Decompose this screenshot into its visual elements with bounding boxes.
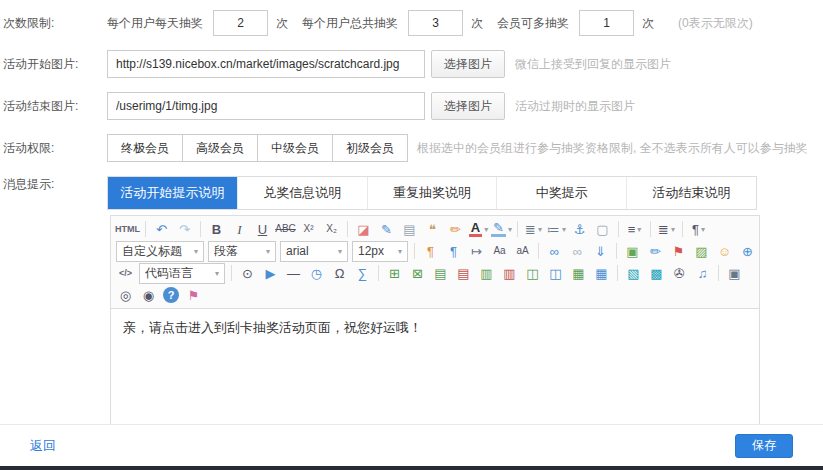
delete-col-icon[interactable]: ▥: [499, 263, 520, 283]
member-ultimate-button[interactable]: 终极会员: [107, 134, 183, 162]
chevron-down-icon: ▾: [484, 225, 488, 234]
merge-cells-icon[interactable]: ◫: [522, 263, 543, 283]
preview-icon[interactable]: ⚑: [183, 285, 204, 305]
formula-icon[interactable]: ∑: [352, 263, 373, 283]
superscript-icon[interactable]: X²: [298, 219, 319, 239]
tab-repeat-draw[interactable]: 重复抽奖说明: [368, 177, 498, 209]
font-family-select[interactable]: arial▾: [280, 241, 348, 262]
horizontal-rule-icon[interactable]: —: [283, 263, 304, 283]
tab-activity-start-tip[interactable]: 活动开始提示说明: [108, 177, 238, 209]
redo-icon[interactable]: ↷: [174, 219, 195, 239]
italic-icon[interactable]: I: [229, 219, 250, 239]
total-draw-label: 每个用户总共抽奖: [302, 15, 398, 32]
html-source-icon[interactable]: HTML: [115, 219, 140, 239]
image-gallery-icon[interactable]: ▩: [646, 263, 667, 283]
chevron-down-icon: ▾: [215, 269, 219, 278]
ordered-list-icon[interactable]: ≣▾: [523, 219, 544, 239]
delete-row-icon[interactable]: ▤: [453, 263, 474, 283]
underline-icon[interactable]: U: [252, 219, 273, 239]
delete-table-icon[interactable]: ⊠: [407, 263, 428, 283]
ltr-paragraph-icon[interactable]: ¶: [420, 241, 441, 261]
insert-code-icon[interactable]: </>: [115, 263, 136, 283]
daily-draw-count-input[interactable]: [213, 10, 268, 36]
letter-case-icon[interactable]: aA: [512, 241, 533, 261]
insert-image-icon[interactable]: ▣: [622, 241, 643, 261]
font-size-select[interactable]: 12px▾: [352, 241, 408, 262]
start-image-url-input[interactable]: [107, 50, 425, 78]
print-icon[interactable]: ▣: [724, 263, 745, 283]
choose-start-image-button[interactable]: 选择图片: [431, 50, 505, 78]
split-cells-icon[interactable]: ◫: [545, 263, 566, 283]
justify-icon[interactable]: ≡▾: [624, 219, 645, 239]
total-draw-count-input[interactable]: [408, 10, 463, 36]
bold-icon[interactable]: B: [206, 219, 227, 239]
strikethrough-icon[interactable]: ABC: [275, 219, 296, 239]
rich-text-editor: HTML↶↷BIUABCX²X₂◪✎▤❝✏A▾✎▾≣▾≔▾⚓▢≡▾≣▾¶▾ 自定…: [110, 215, 760, 430]
member-extra-draw-count-input[interactable]: [579, 10, 634, 36]
member-junior-button[interactable]: 初级会员: [332, 134, 408, 162]
end-image-row: 活动结束图片: 选择图片 活动过期时的显示图片: [3, 92, 823, 120]
indent-icon[interactable]: ↦: [466, 241, 487, 261]
code-language-select[interactable]: 代码语言▾: [139, 263, 225, 284]
special-char-icon[interactable]: Ω: [329, 263, 350, 283]
flag-icon[interactable]: ⚑: [668, 241, 689, 261]
start-image-hint: 微信上接受到回复的显示图片: [515, 56, 671, 73]
undo-icon[interactable]: ↶: [151, 219, 172, 239]
back-color-icon[interactable]: ✎▾: [491, 219, 512, 239]
tab-win-tip[interactable]: 中奖提示: [497, 177, 627, 209]
end-image-url-input[interactable]: [107, 92, 425, 120]
remove-format-icon[interactable]: ◪: [353, 219, 374, 239]
highlight-icon[interactable]: ✏: [445, 219, 466, 239]
paragraph-select[interactable]: 段落▾: [208, 241, 276, 262]
help-icon[interactable]: ?: [163, 287, 179, 303]
chevron-down-icon: ▾: [508, 225, 512, 234]
video-icon[interactable]: ▶: [260, 263, 281, 283]
link-icon[interactable]: ∞: [544, 241, 565, 261]
tab-activity-end[interactable]: 活动结束说明: [627, 177, 756, 209]
attachment-icon[interactable]: ✇: [669, 263, 690, 283]
count-limit-label: 次数限制:: [3, 15, 107, 32]
insert-col-icon[interactable]: ▥: [476, 263, 497, 283]
map-icon[interactable]: ⊕: [737, 241, 756, 261]
rtl-paragraph-icon[interactable]: ¶: [443, 241, 464, 261]
table-header-icon[interactable]: ▦: [568, 263, 589, 283]
find-replace-icon[interactable]: ◉: [138, 285, 159, 305]
unlink-icon[interactable]: ∞: [567, 241, 588, 261]
chevron-down-icon: ▾: [637, 225, 641, 234]
scrawl-icon[interactable]: ✏: [645, 241, 666, 261]
unordered-list-icon[interactable]: ≔▾: [546, 219, 567, 239]
background-icon[interactable]: ▨: [691, 241, 712, 261]
editor-content-area[interactable]: 亲，请点击进入到刮卡抽奖活动页面，祝您好运哦！: [111, 309, 759, 429]
toolbar-separator: [414, 243, 415, 259]
toolbar-separator: [145, 221, 146, 237]
download-icon[interactable]: ⇓: [590, 241, 611, 261]
auto-typeset-icon[interactable]: Aa: [489, 241, 510, 261]
format-painter-icon[interactable]: ✎: [376, 219, 397, 239]
date-time-icon[interactable]: ◷: [306, 263, 327, 283]
insert-table-icon[interactable]: ⊞: [384, 263, 405, 283]
new-page-icon[interactable]: ▢: [592, 219, 613, 239]
toolbar-separator: [618, 221, 619, 237]
save-button[interactable]: 保存: [735, 434, 793, 458]
table-sort-icon[interactable]: ▦: [591, 263, 612, 283]
subscript-icon[interactable]: X₂: [321, 219, 342, 239]
snapscreen-icon[interactable]: ⊙: [237, 263, 258, 283]
choose-end-image-button[interactable]: 选择图片: [431, 92, 505, 120]
member-middle-button[interactable]: 中级会员: [257, 134, 333, 162]
member-senior-button[interactable]: 高级会员: [182, 134, 258, 162]
word-image-icon[interactable]: ▧: [623, 263, 644, 283]
insert-row-icon[interactable]: ▤: [430, 263, 451, 283]
tab-redeem-info[interactable]: 兑奖信息说明: [238, 177, 368, 209]
font-color-icon[interactable]: A▾: [468, 219, 489, 239]
emotion-icon[interactable]: ☺: [714, 241, 735, 261]
blockquote-icon[interactable]: ❝: [422, 219, 443, 239]
back-link[interactable]: 返回: [30, 437, 56, 455]
custom-title-select[interactable]: 自定义标题▾: [116, 241, 204, 262]
paragraph-spacing-icon[interactable]: ¶▾: [688, 219, 709, 239]
music-icon[interactable]: ♫: [692, 263, 713, 283]
line-height-icon[interactable]: ≣▾: [656, 219, 677, 239]
anchor-icon[interactable]: ⚓: [569, 219, 590, 239]
search-icon[interactable]: ◎: [115, 285, 136, 305]
clear-doc-icon[interactable]: ▤: [399, 219, 420, 239]
message-tips-label: 消息提示:: [3, 176, 107, 193]
